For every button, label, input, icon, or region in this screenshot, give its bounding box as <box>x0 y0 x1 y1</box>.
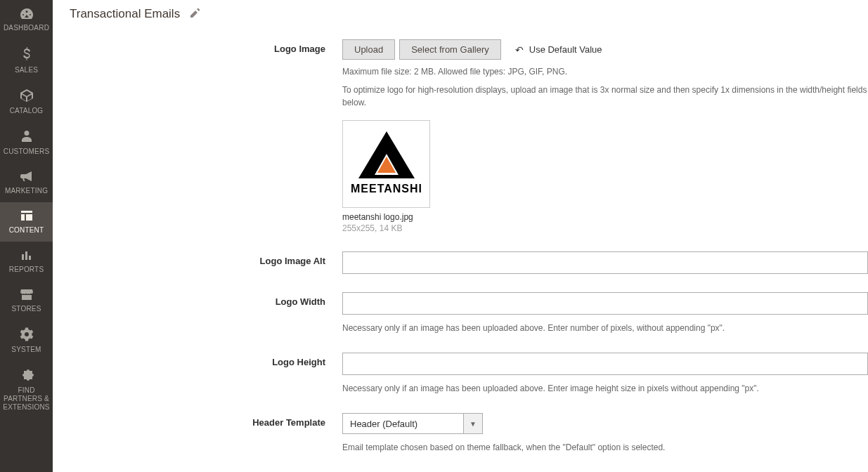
sidebar-item-label: MARKETING <box>5 187 48 195</box>
sidebar-item-label: CUSTOMERS <box>4 148 50 156</box>
chart-icon <box>20 249 34 263</box>
dashboard-icon <box>19 7 34 22</box>
use-default-label: Use Default Value <box>529 44 602 55</box>
use-default-value[interactable]: ↶ Use Default Value <box>515 44 602 55</box>
field-label: Logo Width <box>195 292 342 307</box>
select-gallery-button[interactable]: Select from Gallery <box>399 39 501 60</box>
logo-text: MEETANSHI <box>350 183 422 195</box>
field-label: Logo Height <box>195 353 342 367</box>
page-header: Transactional Emails <box>70 0 868 39</box>
sidebar-item-label: SYSTEM <box>11 346 41 354</box>
sidebar-item-sales[interactable]: SALES <box>0 39 53 81</box>
logo-width-input[interactable] <box>342 292 868 315</box>
admin-sidebar: DASHBOARD SALES CATALOG CUSTOMERS MARKET… <box>0 0 53 472</box>
sidebar-item-label: DASHBOARD <box>4 24 49 32</box>
dollar-icon <box>20 46 33 64</box>
logo-preview[interactable]: MEETANSHI <box>342 120 430 208</box>
form-area: Logo Image Upload Select from Gallery ↶ … <box>70 39 868 472</box>
sidebar-item-customers[interactable]: CUSTOMERS <box>0 122 53 163</box>
hint-height: Necessary only if an image has been uplo… <box>342 382 868 395</box>
sidebar-item-catalog[interactable]: CATALOG <box>0 81 53 122</box>
sidebar-item-marketing[interactable]: MARKETING <box>0 163 53 202</box>
gear-icon <box>20 327 34 343</box>
sidebar-item-content[interactable]: CONTENT <box>0 202 53 242</box>
store-icon <box>19 288 34 303</box>
sidebar-item-label: STORES <box>11 305 41 313</box>
sidebar-item-label: REPORTS <box>9 266 44 274</box>
field-label: Logo Image <box>195 39 342 54</box>
field-logo-width: Logo Width Necessary only if an image ha… <box>195 292 868 334</box>
field-logo-alt: Logo Image Alt <box>195 251 868 274</box>
sidebar-item-label: SALES <box>15 66 38 74</box>
main-content: Transactional Emails Logo Image Upload S… <box>53 0 868 472</box>
file-meta: 255x255, 14 KB <box>342 223 868 233</box>
field-logo-height: Logo Height Necessary only if an image h… <box>195 353 868 395</box>
hint-optimize: To optimize logo for high-resolution dis… <box>342 84 868 109</box>
hint-width: Necessary only if an image has been uplo… <box>342 322 868 334</box>
sidebar-item-partners[interactable]: FIND PARTNERS & EXTENSIONS <box>0 361 53 419</box>
select-value: Header (Default) <box>342 413 463 434</box>
logo-alt-input[interactable] <box>342 251 868 274</box>
chevron-down-icon: ▼ <box>463 413 483 434</box>
sidebar-item-label: FIND PARTNERS & EXTENSIONS <box>1 386 51 412</box>
edit-icon[interactable] <box>190 8 200 20</box>
sidebar-item-stores[interactable]: STORES <box>0 281 53 320</box>
undo-icon: ↶ <box>515 44 524 55</box>
page-title: Transactional Emails <box>70 7 180 21</box>
sidebar-item-label: CONTENT <box>9 226 44 235</box>
hint-header-template: Email template chosen based on theme fal… <box>342 441 868 454</box>
field-label: Logo Image Alt <box>195 251 342 266</box>
hint-filesize: Maximum file size: 2 MB. Allowed file ty… <box>342 65 868 78</box>
person-icon <box>20 129 33 145</box>
sidebar-item-reports[interactable]: REPORTS <box>0 242 53 281</box>
sidebar-item-dashboard[interactable]: DASHBOARD <box>0 0 53 39</box>
sidebar-item-system[interactable]: SYSTEM <box>0 320 53 361</box>
cube-icon <box>19 88 34 105</box>
megaphone-icon <box>19 170 34 185</box>
field-label: Header Template <box>195 413 342 428</box>
puzzle-icon <box>20 368 34 384</box>
layout-icon <box>20 209 34 224</box>
field-logo-image: Logo Image Upload Select from Gallery ↶ … <box>195 39 868 233</box>
logo-height-input[interactable] <box>342 353 868 375</box>
file-name: meetanshi logo.jpg <box>342 212 868 222</box>
sidebar-item-label: CATALOG <box>10 107 44 115</box>
field-header-template: Header Template Header (Default) ▼ Email… <box>195 413 868 454</box>
upload-button[interactable]: Upload <box>342 39 395 60</box>
header-template-select[interactable]: Header (Default) ▼ <box>342 413 483 434</box>
